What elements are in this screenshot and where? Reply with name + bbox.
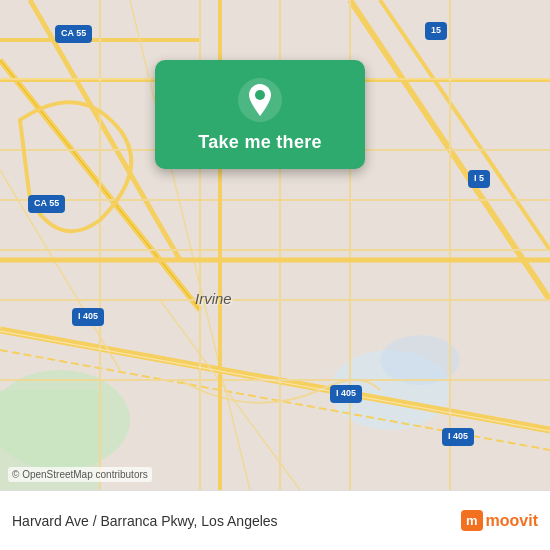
svg-point-4 xyxy=(380,335,460,385)
popup-card: Take me there xyxy=(155,60,365,169)
moovit-logo: m moovit xyxy=(461,510,538,531)
road-badge-ca55-1: CA 55 xyxy=(55,25,92,43)
take-me-there-button[interactable]: Take me there xyxy=(198,132,322,153)
road-badge-ca55-2: CA 55 xyxy=(28,195,65,213)
moovit-m-letter: m xyxy=(461,510,483,531)
moovit-wordmark: moovit xyxy=(486,512,538,530)
road-badge-i405-3: I 405 xyxy=(442,428,474,446)
city-label: Irvine xyxy=(195,290,232,307)
svg-point-32 xyxy=(255,90,265,100)
road-badge-15: 15 xyxy=(425,22,447,40)
location-pin-icon xyxy=(238,78,282,122)
road-badge-i5: I 5 xyxy=(468,170,490,188)
map-container: Take me there Irvine CA 55 CA 55 15 I 5 … xyxy=(0,0,550,490)
road-badge-i405-1: I 405 xyxy=(72,308,104,326)
road-badge-i405-2: I 405 xyxy=(330,385,362,403)
bottom-bar: Harvard Ave / Barranca Pkwy, Los Angeles… xyxy=(0,490,550,550)
map-copyright: © OpenStreetMap contributors xyxy=(8,467,152,482)
location-text: Harvard Ave / Barranca Pkwy, Los Angeles xyxy=(12,513,451,529)
